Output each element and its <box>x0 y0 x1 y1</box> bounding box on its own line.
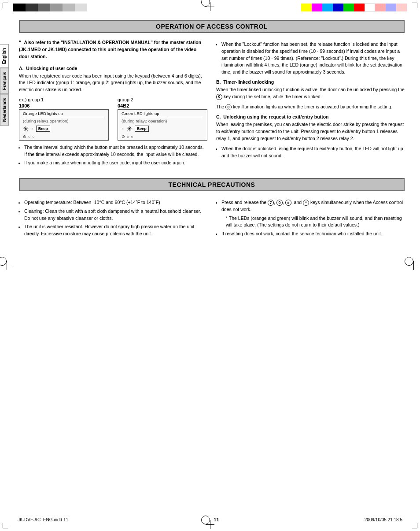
key-0-circle: 0 <box>216 94 222 100</box>
subsection-b-body2: The 0 key illumination lights up when th… <box>216 104 405 111</box>
language-tabs: English Français Nederlands <box>0 44 9 126</box>
tech-right-bullets: Press and release the 7, 0, #, and * key… <box>216 199 405 238</box>
example-code2: 04B2 <box>118 103 207 108</box>
subsection-c-body: When leaving the premises, you can activ… <box>216 121 405 142</box>
key-0b-circle: 0 <box>225 104 232 110</box>
intro-star: * <box>19 39 21 45</box>
footer-file: JK-DVF-AC_ENG.indd 11 <box>18 517 68 522</box>
key-hash-circle: # <box>285 200 291 206</box>
page-number: 11 <box>214 517 219 522</box>
subsection-a-heading: A. Unlocking of user code <box>19 66 207 71</box>
section1-title: OPERATION OF ACCESS CONTROL <box>156 23 268 30</box>
subsection-c-heading: C. Unlocking using the request to exit/e… <box>216 114 405 119</box>
keypad-row-2: ⊙○○ <box>122 134 203 139</box>
led-box2-label: Green LED lights up <box>122 111 203 117</box>
led-box-2: Green LED lights up (during relay2 opera… <box>118 109 207 141</box>
corner-mark-tr <box>412 3 417 8</box>
key-star-circle: * <box>303 200 309 206</box>
led-box1-bottom: ✳ ○ Beep <box>23 125 105 133</box>
led-box-1: Orange LED lights up (during relay1 oper… <box>19 109 109 141</box>
bullet-a-2: If you make a mistake when inputting the… <box>24 160 207 167</box>
led-icon-2: ✳ <box>126 125 132 133</box>
page-footer: JK-DVF-AC_ENG.indd 11 11 2009/10/05 21:1… <box>18 517 402 522</box>
led-box1-label: Orange LED lights up <box>23 111 105 117</box>
section2-title: TECHNICAL PRECAUTIONS <box>169 181 255 188</box>
subsection-b-body: When the timer-linked unlocking function… <box>216 86 405 100</box>
tech-right-bullet-2: If resetting does not work, contact the … <box>221 230 405 238</box>
right-column: When the "Lockout" function has been set… <box>216 38 405 169</box>
crosshair-top <box>206 2 214 11</box>
tech-note-star: * The LEDs (orange and green) will blink… <box>226 215 405 229</box>
subsection-a-bullets: The time interval during which the butto… <box>19 144 207 167</box>
intro-text: Also refer to the "INSTALLATION & OPERAT… <box>19 40 201 59</box>
led-box2-bottom: ○ ✳ Beep <box>122 125 203 133</box>
tech-two-col: Operating temperature: Between -10°C and… <box>19 197 405 240</box>
crosshair-right <box>409 261 418 270</box>
tech-bullet-1: Operating temperature: Between -10°C and… <box>24 199 207 206</box>
tech-right-bullet-1: Press and release the 7, 0, #, and * key… <box>221 199 405 229</box>
tech-bullet-3: The unit is weather resistant. However d… <box>24 223 207 238</box>
keypad-row-1: ⊙○○ <box>23 134 105 139</box>
example-area: ex.) group 1 1006 Orange LED lights up (… <box>19 97 207 141</box>
intro-note: * Also refer to the "INSTALLATION & OPER… <box>19 38 207 60</box>
example-group1-label: ex.) group 1 <box>19 97 109 102</box>
color-bar-left <box>13 4 87 11</box>
key-7-circle: 7 <box>268 200 274 206</box>
subsection-c-bullets: When the door is unlocked using the requ… <box>216 145 405 160</box>
led-icon-1: ✳ <box>23 125 29 133</box>
and-text: and <box>294 200 302 205</box>
corner-mark-bl <box>3 523 8 528</box>
lang-tab-francais[interactable]: Français <box>0 68 9 94</box>
color-bar-right <box>301 4 407 11</box>
example-group1: ex.) group 1 1006 Orange LED lights up (… <box>19 97 109 141</box>
section2: TECHNICAL PRECAUTIONS Operating temperat… <box>19 178 405 240</box>
corner-mark-tl <box>3 3 8 8</box>
led-box1-sub: (during relay1 operation) <box>23 119 105 123</box>
footer-date: 2009/10/05 21:18:5 <box>365 517 402 522</box>
led-box2-sub: (during relay2 operation) <box>122 119 203 123</box>
tech-right-col: Press and release the 7, 0, #, and * key… <box>216 197 405 240</box>
section1-header: OPERATION OF ACCESS CONTROL <box>19 20 405 33</box>
beep-label-1: Beep <box>36 126 50 132</box>
example-code1: 1006 <box>19 103 109 108</box>
bullet-a-1: The time interval during which the butto… <box>24 144 207 158</box>
right-col-bullets: When the "Lockout" function has been set… <box>216 41 405 76</box>
main-content: OPERATION OF ACCESS CONTROL * Also refer… <box>12 20 411 240</box>
lockout-bullet: When the "Lockout" function has been set… <box>221 41 405 76</box>
subsection-a-body: When the registered user code has been i… <box>19 73 207 93</box>
tech-bullet-2: Cleaning: Clean the unit with a soft clo… <box>24 208 207 222</box>
lang-tab-english[interactable]: English <box>0 44 9 68</box>
example-group2-label: group 2 <box>118 97 207 102</box>
key-0-tech-circle: 0 <box>276 200 283 206</box>
example-group2: group 2 04B2 Green LED lights up (during… <box>118 97 207 141</box>
beep-label-2: Beep <box>135 126 149 132</box>
lang-tab-nederlands[interactable]: Nederlands <box>0 94 9 126</box>
tech-left-bullets: Operating temperature: Between -10°C and… <box>19 199 207 238</box>
corner-mark-br <box>412 523 417 528</box>
subsection-c-bullet: When the door is unlocked using the requ… <box>221 145 405 160</box>
subsection-b-heading: B. Timer-linked unlocking <box>216 79 405 85</box>
section2-header: TECHNICAL PRECAUTIONS <box>19 178 405 191</box>
tech-left-col: Operating temperature: Between -10°C and… <box>19 197 207 240</box>
crosshair-left <box>2 261 11 270</box>
